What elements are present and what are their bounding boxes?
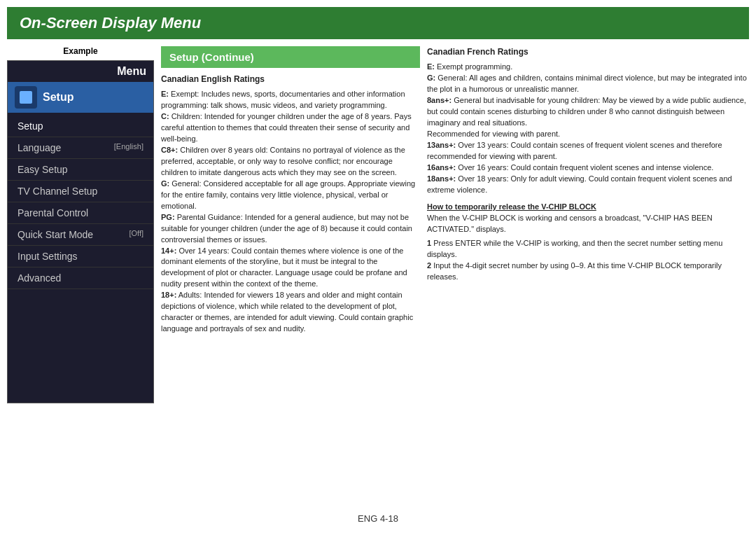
rating-14: 14+: Over 14 years: Could contain themes… (161, 246, 420, 291)
page-title: On-Screen Display Menu (20, 14, 201, 32)
vchip-intro: When the V-CHIP BLOCK is working and cen… (427, 213, 749, 235)
canadian-english-title: Canadian English Ratings (161, 74, 420, 85)
vchip-step1: 1 Press ENTER while the V-CHIP is workin… (427, 238, 749, 260)
left-panel: Example Menu Setup Setup Language [Engli… (7, 46, 154, 403)
rating-pg: PG: Parental Guidance: Intended for a ge… (161, 212, 420, 246)
menu-label: Menu (117, 65, 146, 78)
vchip-title: How to temporarily release the V-CHIP BL… (427, 202, 749, 213)
page-header: On-Screen Display Menu (7, 7, 749, 39)
fr-rating-18ans: 18ans+: Over 18 years: Only for adult vi… (427, 174, 749, 196)
footer: ENG 4-18 (0, 508, 756, 529)
menu-box: Menu Setup Setup Language [English] Easy… (7, 60, 154, 403)
rating-c8: C8+: Children over 8 years old: Contains… (161, 145, 420, 179)
menu-item-language[interactable]: Language [English] (8, 137, 153, 159)
setup-label: Setup (43, 91, 74, 104)
fr-recommended: Recommended for viewing with parent. (427, 129, 749, 140)
menu-item-parental[interactable]: Parental Control (8, 202, 153, 224)
fr-rating-g: G: General: All ages and children, conta… (427, 73, 749, 95)
fr-rating-13ans: 13ans+: Over 13 years: Could contain sce… (427, 140, 749, 162)
canadian-french-title: Canadian French Ratings (427, 46, 749, 58)
right-panel: Canadian French Ratings E: Exempt progra… (427, 46, 749, 403)
menu-item-quick-start[interactable]: Quick Start Mode [Off] (8, 224, 153, 246)
rating-e: E: Exempt: Includes news, sports, docume… (161, 89, 420, 111)
menu-item-advanced[interactable]: Advanced (8, 268, 153, 289)
footer-text: ENG 4-18 (358, 513, 398, 524)
setup-icon (15, 86, 37, 109)
fr-rating-16ans: 16ans+: Over 16 years: Could contain fre… (427, 162, 749, 174)
menu-item-easy-setup[interactable]: Easy Setup (8, 159, 153, 181)
fr-rating-e: E: Exempt programming. (427, 62, 749, 73)
menu-item-tv-channel[interactable]: TV Channel Setup (8, 181, 153, 202)
fr-rating-8ans: 8ans+: General but inadvisable for young… (427, 95, 749, 129)
rating-g: G: General: Considered acceptable for al… (161, 179, 420, 212)
vchip-step2: 2 Input the 4-digit secret number by usi… (427, 260, 749, 283)
middle-content: Canadian English Ratings E: Exempt: Incl… (161, 74, 420, 335)
middle-panel: Setup (Continue) Canadian English Rating… (161, 46, 420, 403)
example-label: Example (7, 46, 154, 56)
middle-header: Setup (Continue) (161, 46, 420, 68)
menu-item-input-settings[interactable]: Input Settings (8, 246, 153, 268)
rating-c: C: Children: Intended for younger childr… (161, 111, 420, 145)
rating-18: 18+: Adults: Intended for viewers 18 yea… (161, 290, 420, 335)
menu-item-setup[interactable]: Setup (8, 114, 153, 137)
